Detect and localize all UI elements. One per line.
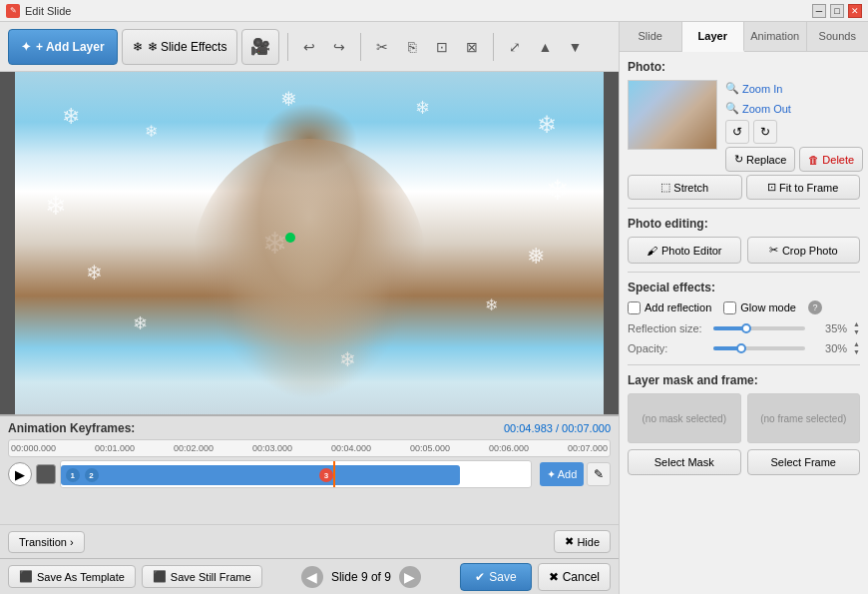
ruler-mark: 00:06.000 — [489, 443, 529, 453]
slide-effects-button[interactable]: ❄ ❄ Slide Effects — [122, 29, 238, 65]
ruler-mark: 00:04.000 — [331, 443, 371, 453]
ruler-marks: 00:000.000 00:01.000 00:02.000 00:03.000… — [11, 443, 608, 453]
save-button[interactable]: ✔ Save — [460, 563, 531, 591]
zoom-out-icon: 🔍 — [725, 102, 739, 115]
snowflake-decoration: ❄ — [62, 104, 80, 130]
help-icon[interactable]: ? — [808, 300, 822, 314]
rotate-cw-button[interactable]: ↻ — [753, 120, 777, 144]
delete-button[interactable]: ⊠ — [459, 34, 485, 60]
crop-photo-button[interactable]: ✂ Crop Photo — [747, 237, 861, 264]
delete-button[interactable]: 🗑 Delete — [799, 147, 863, 172]
reflection-down-arrow[interactable]: ▼ — [853, 328, 860, 336]
footer-left: ⬛ Save As Template ⬛ Save Still Frame — [8, 565, 262, 588]
glow-checkbox[interactable] — [723, 301, 736, 314]
next-slide-button[interactable]: ▶ — [399, 566, 421, 588]
close-button[interactable]: ✕ — [848, 4, 862, 18]
stretch-button[interactable]: ⬚ Stretch — [628, 175, 742, 200]
opacity-track[interactable] — [713, 346, 805, 350]
opacity-label: Opacity: — [628, 342, 707, 354]
canvas-area: ❄ ❄ ❅ ❄ ❄ ❄ ❄ ❄ ❅ ❄ ❄ ❄ ❄ — [0, 72, 619, 414]
select-mask-button[interactable]: Select Mask — [628, 449, 741, 475]
zoom-in-button[interactable]: 🔍 Zoom In — [725, 80, 863, 97]
snowflake-decoration: ❄ — [86, 261, 103, 285]
paste-button[interactable]: ⊡ — [429, 34, 455, 60]
stretch-icon: ⬚ — [660, 181, 670, 194]
tab-animation[interactable]: Animation — [744, 22, 807, 51]
fit-icon: ⊡ — [767, 181, 776, 194]
rotate-buttons: ↺ ↻ — [725, 120, 863, 144]
camera-button[interactable]: 🎥 — [241, 29, 279, 65]
mask-preview: (no mask selected) — [628, 393, 741, 443]
divider-2 — [628, 272, 860, 273]
timeline-track[interactable]: 1 2 3 — [60, 460, 532, 488]
action-bar: Transition › ✖ Hide — [0, 524, 619, 558]
opacity-up-arrow[interactable]: ▲ — [853, 340, 860, 348]
reflection-checkbox-label[interactable]: Add reflection — [628, 301, 711, 314]
tab-layer[interactable]: Layer — [682, 22, 745, 52]
fit-button[interactable]: ⤢ — [502, 34, 528, 60]
minimize-button[interactable]: ─ — [812, 4, 826, 18]
play-button[interactable]: ▶ — [8, 462, 32, 486]
move-down-button[interactable]: ▼ — [562, 34, 588, 60]
editing-section: Photo editing: 🖌 Photo Editor ✂ Crop Pho… — [628, 217, 860, 264]
keyframes-header: Animation Keyframes: 00:04.983 / 00:07.0… — [8, 421, 611, 435]
rotate-ccw-button[interactable]: ↺ — [725, 120, 749, 144]
timeline-row: ▶ 1 2 3 ✦ Add ✎ — [8, 460, 611, 488]
opacity-thumb[interactable] — [736, 343, 746, 353]
tab-slide[interactable]: Slide — [620, 22, 682, 51]
keyframe-dot-3[interactable]: 3 — [319, 468, 333, 482]
divider-1 — [628, 208, 860, 209]
add-hide-controls: ✦ Add ✎ — [540, 462, 611, 486]
footer-right: ✔ Save ✖ Cancel — [460, 563, 611, 591]
right-panel: Slide Layer Animation Sounds Photo: 🔍 Zo… — [619, 22, 868, 594]
save-as-template-button[interactable]: ⬛ Save As Template — [8, 565, 136, 588]
app-icon: ✎ — [6, 4, 20, 18]
edit-keyframe-button[interactable]: ✎ — [587, 462, 611, 486]
editing-section-title: Photo editing: — [628, 217, 860, 231]
redo-button[interactable]: ↪ — [326, 34, 352, 60]
maximize-button[interactable]: □ — [830, 4, 844, 18]
copy-button[interactable]: ⎘ — [399, 34, 425, 60]
reflection-checkbox[interactable] — [628, 301, 641, 314]
panel-content: Photo: 🔍 Zoom In 🔍 Zoom Out ↺ — [620, 52, 868, 594]
keyframe-dot-2[interactable]: 2 — [85, 468, 99, 482]
reflection-size-value: 35% — [811, 322, 847, 334]
transition-button[interactable]: Transition › — [8, 531, 85, 553]
toolbar-separator-1 — [287, 33, 288, 61]
glow-checkbox-label[interactable]: Glow mode — [723, 301, 796, 314]
frame-icon: ⬛ — [153, 570, 167, 583]
photo-editor-button[interactable]: 🖌 Photo Editor — [628, 237, 741, 264]
cut-button[interactable]: ✂ — [369, 34, 395, 60]
snowflake-decoration: ❅ — [280, 87, 297, 111]
reflection-up-arrow[interactable]: ▲ — [853, 320, 860, 328]
plus-icon: ✦ — [21, 40, 31, 54]
toolbar: ✦ + Add Layer ❄ ❄ Slide Effects 🎥 ↩ ↪ ✂ … — [0, 22, 619, 72]
add-layer-button[interactable]: ✦ + Add Layer — [8, 29, 118, 65]
window-controls: ─ □ ✕ — [812, 4, 862, 18]
fit-to-frame-button[interactable]: ⊡ Fit to Frame — [746, 175, 861, 200]
keyframe-dot-1[interactable]: 1 — [66, 468, 80, 482]
effects-checkboxes: Add reflection Glow mode ? — [628, 300, 860, 314]
replace-button[interactable]: ↻ Replace — [725, 147, 795, 172]
prev-slide-button[interactable]: ◀ — [301, 566, 323, 588]
add-keyframe-button[interactable]: ✦ Add — [540, 462, 584, 486]
stop-button[interactable] — [36, 464, 56, 484]
undo-button[interactable]: ↩ — [296, 34, 322, 60]
reflection-size-thumb[interactable] — [741, 323, 751, 333]
person-silhouette — [192, 139, 427, 399]
cancel-button[interactable]: ✖ Cancel — [538, 563, 611, 591]
move-up-button[interactable]: ▲ — [532, 34, 558, 60]
x-icon: ✖ — [565, 535, 574, 548]
snowflake-decoration: ❄ — [415, 97, 430, 119]
photo-thumbnail — [628, 80, 717, 150]
editor-icon: 🖌 — [647, 245, 657, 257]
select-frame-button[interactable]: Select Frame — [747, 449, 861, 475]
opacity-down-arrow[interactable]: ▼ — [853, 348, 860, 356]
zoom-out-button[interactable]: 🔍 Zoom Out — [725, 100, 863, 117]
toolbar-separator-2 — [360, 33, 361, 61]
save-still-frame-button[interactable]: ⬛ Save Still Frame — [142, 565, 262, 588]
toolbar-separator-3 — [493, 33, 494, 61]
hide-button[interactable]: ✖ Hide — [554, 530, 611, 553]
reflection-size-track[interactable] — [713, 326, 805, 330]
tab-sounds[interactable]: Sounds — [807, 22, 869, 51]
